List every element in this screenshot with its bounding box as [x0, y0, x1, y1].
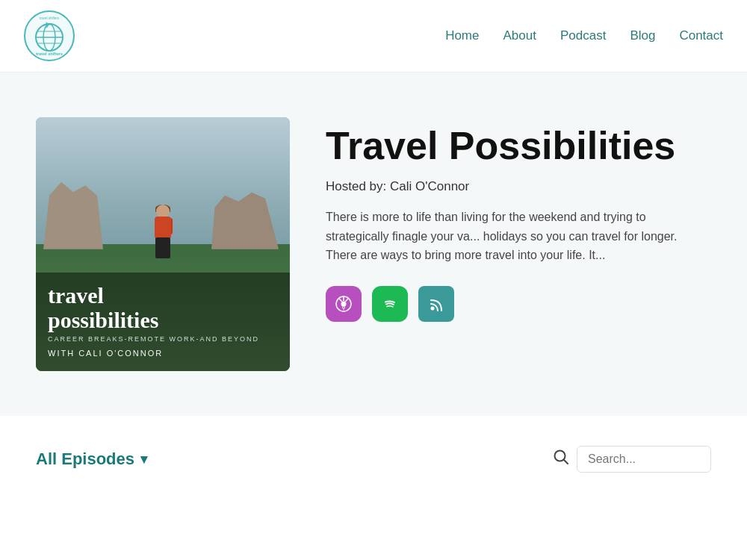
podcast-info: Travel Possibilities Hosted by: Cali O'C…	[326, 117, 711, 322]
logo[interactable]: ✈ travel shifters travel shifters	[24, 10, 75, 61]
svg-line-15	[564, 460, 568, 464]
hosted-by: Hosted by: Cali O'Connor	[326, 179, 711, 194]
hosted-by-name: Cali O'Connor	[390, 179, 469, 193]
svg-text:travel shifters: travel shifters	[36, 52, 63, 56]
logo-circle: ✈ travel shifters travel shifters	[24, 10, 75, 61]
cover-main-title: travelpossibilities	[48, 283, 278, 332]
search-wrap	[553, 446, 711, 473]
all-episodes-label: All Episodes	[36, 449, 134, 469]
hero-section: travelpossibilities career breaks-remote…	[0, 72, 747, 416]
episodes-section: All Episodes ▾	[0, 416, 747, 495]
search-input[interactable]	[577, 446, 711, 473]
chevron-down-icon: ▾	[140, 451, 147, 467]
search-icon	[553, 449, 569, 465]
podcast-description: There is more to life than living for th…	[326, 208, 711, 265]
cover-author: with cali o'connor	[48, 349, 278, 358]
nav-about[interactable]: About	[503, 28, 536, 43]
apple-podcasts-icon[interactable]: 🎙	[326, 286, 362, 322]
svg-text:🎙: 🎙	[341, 305, 347, 311]
cover-background: travelpossibilities career breaks-remote…	[36, 117, 290, 371]
site-header: ✈ travel shifters travel shifters Home A…	[0, 0, 747, 72]
podcast-cover: travelpossibilities career breaks-remote…	[36, 117, 290, 371]
svg-rect-12	[426, 293, 447, 314]
cover-text-overlay: travelpossibilities career breaks-remote…	[36, 273, 290, 371]
episodes-header: All Episodes ▾	[36, 446, 711, 473]
nav-podcast[interactable]: Podcast	[560, 28, 606, 43]
nav-home[interactable]: Home	[445, 28, 479, 43]
podcast-title: Travel Possibilities	[326, 125, 711, 167]
spotify-icon[interactable]	[372, 286, 408, 322]
all-episodes-button[interactable]: All Episodes ▾	[36, 449, 147, 469]
nav-contact[interactable]: Contact	[679, 28, 723, 43]
logo-svg: ✈ travel shifters travel shifters	[27, 13, 72, 58]
platform-icons: 🎙	[326, 286, 711, 322]
nav-blog[interactable]: Blog	[630, 28, 655, 43]
svg-text:✈: ✈	[43, 20, 51, 31]
cover-subtitle: career breaks-remote work-and beyond	[48, 335, 278, 343]
cover-figure	[148, 205, 178, 264]
rss-icon[interactable]	[418, 286, 454, 322]
hosted-by-label: Hosted by:	[326, 179, 386, 193]
svg-text:travel shifters: travel shifters	[40, 16, 61, 20]
search-button[interactable]	[553, 449, 569, 470]
svg-point-13	[431, 306, 435, 310]
main-nav: Home About Podcast Blog Contact	[445, 28, 723, 43]
